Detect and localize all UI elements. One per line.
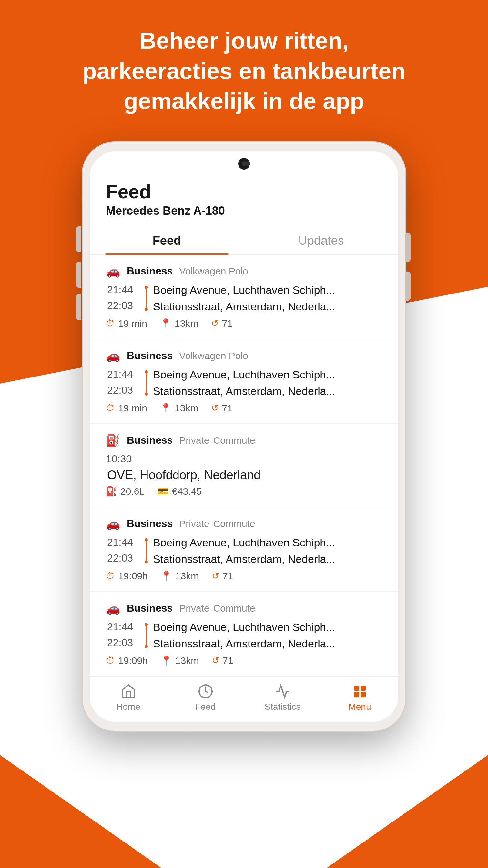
feed-item-5[interactable]: 🚗 Business Private Commute 21:44 22:03	[90, 592, 398, 677]
app-subtitle: Mercedes Benz A-180	[106, 204, 382, 218]
nav-home-label: Home	[116, 702, 140, 712]
item-5-addresses: Boeing Avenue, Luchthaven Schiph... Stat…	[153, 621, 335, 650]
item-5-stats: ⏱ 19:09h 📍 13km ↺ 71	[106, 655, 382, 666]
item-2-header: 🚗 Business Volkwagen Polo	[106, 349, 382, 363]
item-5-time-start: 21:44	[107, 621, 139, 633]
nav-menu[interactable]: Menu	[321, 684, 398, 712]
item-5-times: 21:44 22:03	[107, 621, 139, 650]
item-2-line	[144, 370, 148, 396]
vline-5	[146, 626, 147, 645]
item-5-line	[144, 623, 148, 648]
item-5-addr-from: Boeing Avenue, Luchthaven Schiph...	[153, 621, 335, 633]
item-2-stats: ⏱ 19 min 📍 13km ↺ 71	[106, 403, 382, 414]
pin-icon-5: 📍	[161, 655, 172, 666]
pin-icon-2: 📍	[160, 403, 171, 413]
nav-feed-label: Feed	[195, 702, 216, 712]
feed-item-3[interactable]: ⛽ Business Private Commute 10:30 OVE, Ho…	[90, 424, 398, 507]
tab-updates[interactable]: Updates	[244, 227, 398, 254]
item-3-badge: Business	[127, 434, 173, 446]
item-3-tags: Private Commute	[179, 435, 255, 446]
item-1-time-end: 22:03	[107, 300, 139, 312]
car-icon-1: 🚗	[106, 265, 120, 278]
headline-line3: gemakkelijk in de app	[124, 88, 364, 114]
item-4-addr-to: Stationsstraat, Amsterdam, Nederla...	[153, 553, 335, 565]
car-icon-4: 🚗	[106, 517, 120, 531]
stat-score-1: ↺ 71	[211, 318, 232, 329]
feed-item-1[interactable]: 🚗 Business Volkwagen Polo 21:44 22:03	[90, 255, 398, 339]
item-1-times: 21:44 22:03	[107, 284, 139, 313]
menu-icon	[352, 684, 368, 699]
clock-icon-4: ⏱	[106, 570, 115, 581]
item-5-time-end: 22:03	[107, 637, 139, 649]
stat-score-5: ↺ 71	[212, 655, 233, 666]
stat-duration-4: ⏱ 19:09h	[106, 570, 148, 582]
dot-bottom-4	[144, 560, 148, 563]
svg-rect-4	[360, 692, 366, 697]
svg-rect-3	[354, 692, 359, 697]
item-4-header: 🚗 Business Private Commute	[106, 517, 382, 531]
nav-feed[interactable]: Feed	[167, 684, 244, 712]
app-title: Feed	[106, 181, 382, 203]
stat-distance-5: 📍 13km	[161, 655, 199, 666]
car-icon-5: 🚗	[106, 601, 120, 615]
car-icon-2: 🚗	[106, 349, 120, 363]
camera-dot	[238, 158, 250, 169]
dot-bottom-5	[144, 645, 148, 648]
item-1-addr-to: Stationsstraat, Amsterdam, Nederla...	[153, 300, 335, 313]
item-1-route: 21:44 22:03 Boeing Avenue, Luchthaven Sc…	[107, 284, 382, 313]
item-5-tags: Private Commute	[179, 603, 255, 614]
item-1-header: 🚗 Business Volkwagen Polo	[106, 265, 382, 278]
nav-home[interactable]: Home	[90, 684, 167, 712]
feed-list: 🚗 Business Volkwagen Polo 21:44 22:03	[90, 255, 398, 677]
item-5-tag-2: Commute	[213, 603, 255, 614]
dot-top-1	[144, 286, 148, 289]
page-content: Beheer jouw ritten, parkeeracties en tan…	[0, 0, 488, 731]
stat-distance-2: 📍 13km	[160, 403, 198, 414]
card-icon-3: 💳	[158, 486, 169, 497]
feed-icon	[198, 684, 213, 699]
stat-liters-3: ⛽ 20.6L	[106, 486, 144, 497]
item-2-addr-from: Boeing Avenue, Luchthaven Schiph...	[153, 368, 335, 381]
score-icon-4: ↺	[212, 570, 219, 581]
feed-item-4[interactable]: 🚗 Business Private Commute 21:44 22:03	[90, 507, 398, 592]
item-4-times: 21:44 22:03	[107, 536, 139, 565]
app-header: Feed Mercedes Benz A-180	[90, 171, 398, 218]
nav-menu-label: Menu	[348, 702, 371, 712]
item-3-location: OVE, Hoofddorp, Nederland	[107, 468, 382, 482]
item-4-stats: ⏱ 19:09h 📍 13km ↺ 71	[106, 570, 382, 582]
pin-icon-4: 📍	[161, 570, 172, 581]
stat-duration-1: ⏱ 19 min	[106, 318, 147, 329]
tab-feed[interactable]: Feed	[90, 227, 244, 254]
item-5-addr-to: Stationsstraat, Amsterdam, Nederla...	[153, 638, 335, 650]
camera-area	[90, 151, 398, 171]
dot-bottom-1	[144, 308, 148, 311]
item-2-times: 21:44 22:03	[107, 368, 139, 398]
item-2-route: 21:44 22:03 Boeing Avenue, Luchthaven Sc…	[107, 368, 382, 398]
item-2-addresses: Boeing Avenue, Luchthaven Schiph... Stat…	[153, 368, 335, 398]
headline-line2: parkeeracties en tankbeurten	[83, 58, 405, 84]
item-5-badge: Business	[127, 602, 173, 614]
nav-statistics-label: Statistics	[264, 702, 300, 712]
item-5-route: 21:44 22:03 Boeing Avenue, Luchthaven Sc…	[107, 621, 382, 650]
item-1-tag-1: Volkwagen Polo	[179, 266, 248, 277]
item-4-line	[144, 538, 148, 563]
vline-2	[146, 374, 147, 392]
item-3-tag-1: Private	[179, 435, 209, 446]
pin-icon-1: 📍	[160, 318, 171, 329]
clock-icon-1: ⏱	[106, 318, 115, 329]
item-3-time: 10:30	[106, 453, 382, 465]
feed-item-2[interactable]: 🚗 Business Volkwagen Polo 21:44 22:03	[90, 339, 398, 424]
item-4-addresses: Boeing Avenue, Luchthaven Schiph... Stat…	[153, 536, 335, 565]
svg-rect-1	[354, 686, 359, 691]
item-4-time-start: 21:44	[107, 536, 139, 548]
item-4-route: 21:44 22:03 Boeing Avenue, Luchthaven Sc…	[107, 536, 382, 565]
fuel-icon-3: ⛽	[106, 434, 120, 447]
item-3-header: ⛽ Business Private Commute	[106, 434, 382, 447]
stat-score-2: ↺ 71	[211, 403, 232, 414]
dot-top-5	[144, 623, 148, 626]
dot-top-2	[144, 370, 148, 374]
item-5-tag-1: Private	[179, 603, 209, 614]
phone-mockup: Feed Mercedes Benz A-180 Feed Updates	[83, 143, 405, 731]
nav-statistics[interactable]: Statistics	[244, 684, 321, 712]
vline-1	[146, 289, 147, 308]
